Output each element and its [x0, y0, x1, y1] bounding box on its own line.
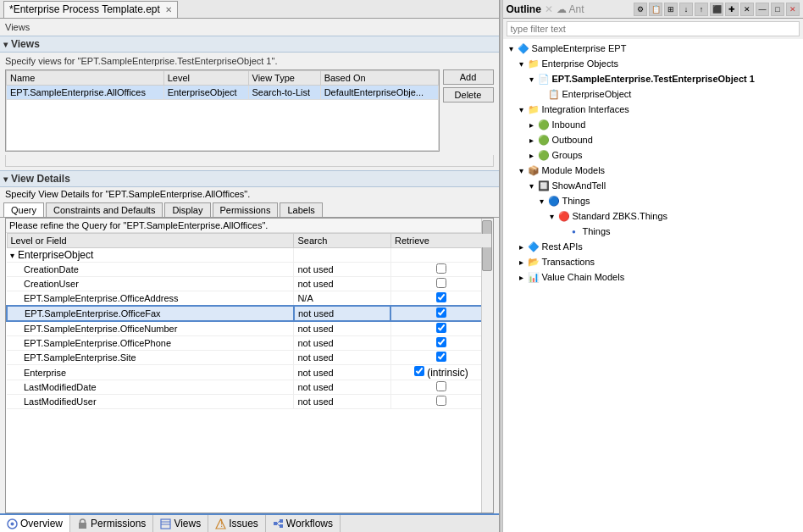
tab-permissions[interactable]: Permissions	[213, 202, 279, 217]
table-row[interactable]: EPT.SampleEnterprise.OfficePhone not use…	[7, 336, 492, 351]
tree-arrow[interactable]	[517, 242, 527, 252]
table-row[interactable]: Enterprise not used (intrinsic)	[7, 365, 492, 380]
close-tab-icon[interactable]: ✕	[165, 5, 172, 14]
toolbar-icon-1[interactable]: ⚙	[634, 3, 647, 16]
stdthings-icon: 🔴	[557, 209, 571, 223]
folder-icon: 📁	[527, 57, 540, 70]
tree-arrow[interactable]	[527, 151, 537, 160]
toolbar-maximize[interactable]: □	[771, 3, 784, 16]
bottom-tab-permissions[interactable]: Permissions	[70, 515, 153, 532]
tree-item-value-chain[interactable]: 📊 Value Chain Models	[505, 269, 802, 285]
tree-item-outbound[interactable]: 🟢 Outbound	[505, 132, 802, 147]
vertical-scrollbar[interactable]	[481, 219, 493, 513]
views-section-label: Views	[0, 19, 499, 36]
tree-item-transactions[interactable]: 📂 Transactions	[505, 254, 802, 269]
tree-arrow[interactable]	[517, 59, 527, 69]
outbound-icon: 🟢	[537, 133, 551, 147]
field-lastmoddate: LastModifiedDate	[7, 380, 294, 395]
tree-item-things[interactable]: 🔵 Things	[505, 193, 802, 208]
tree-item-inbound[interactable]: 🟢 Inbound	[505, 117, 802, 132]
table-row[interactable]: CreationUser not used	[7, 277, 492, 291]
table-row[interactable]: LastModifiedDate not used	[7, 380, 492, 395]
expand-icon[interactable]: ▾	[10, 251, 14, 260]
col-viewtype: View Type	[248, 71, 320, 86]
retrieve-officeaddress[interactable]	[390, 291, 491, 307]
table-row[interactable]: EPT.SampleEnterprise.OfficeNumber not us…	[7, 321, 492, 336]
search-lastmoduser: not used	[294, 395, 391, 409]
retrieve-lastmoddate[interactable]	[390, 380, 491, 395]
tree-item-integration[interactable]: 📁 Integration Interfaces	[505, 102, 802, 117]
table-row[interactable]: EPT.SampleEnterprise.AllOffices Enterpri…	[7, 86, 439, 100]
bottom-tab-bar: Overview Permissions Views ! Issues Work…	[0, 513, 499, 532]
tree-arrow[interactable]	[537, 197, 547, 206]
tree-arrow[interactable]	[527, 181, 537, 191]
bottom-tab-issues[interactable]: ! Issues	[208, 515, 266, 532]
tree-arrow[interactable]	[517, 105, 527, 114]
query-container: Please refine the Query for "EPT.SampleE…	[5, 218, 494, 513]
table-row[interactable]: EPT.SampleEnterprise.OfficeAddress N/A	[7, 291, 492, 307]
bottom-tab-workflows[interactable]: Workflows	[266, 515, 341, 532]
tree-item-groups[interactable]: 🟢 Groups	[505, 147, 802, 163]
retrieve-officephone[interactable]	[390, 336, 491, 351]
retrieve-officefax[interactable]	[390, 306, 491, 321]
table-row[interactable]: EPT.SampleEnterprise.Site not used	[7, 351, 492, 365]
cell-name: EPT.SampleEnterprise.AllOffices	[7, 86, 164, 100]
add-button[interactable]: Add	[443, 69, 494, 85]
table-row[interactable]: LastModifiedUser not used	[7, 395, 492, 409]
toolbar-icon-7[interactable]: ✚	[725, 3, 739, 16]
tab-query[interactable]: Query	[3, 202, 44, 217]
toolbar-icon-3[interactable]: ⊞	[664, 3, 678, 16]
toolbar-icon-6[interactable]: ⬛	[710, 3, 723, 16]
obj-small-icon: 📋	[547, 87, 561, 101]
filter-input[interactable]	[507, 21, 800, 36]
tab-display[interactable]: Display	[164, 202, 210, 217]
toolbar-icon-5[interactable]: ↑	[695, 3, 708, 16]
bottom-tab-views[interactable]: Views	[153, 515, 208, 532]
toolbar-icon-2[interactable]: 📋	[649, 3, 662, 16]
horizontal-scrollbar[interactable]	[5, 155, 494, 167]
tree-container[interactable]: 🔷 SampleEnterprise EPT 📁 Enterprise Obje…	[503, 39, 804, 532]
retrieve-creationuser[interactable]	[390, 277, 491, 291]
tree-item-module-models[interactable]: 📦 Module Models	[505, 163, 802, 178]
query-scroll[interactable]: Level or Field Search Retrieve ▾ Enterpr…	[6, 233, 493, 513]
tree-item-enterprise-objects[interactable]: 📁 Enterprise Objects	[505, 56, 802, 71]
ept-tab[interactable]: *Enterprise Process Template.ept ✕	[3, 1, 178, 18]
bottom-tab-views-label: Views	[174, 518, 201, 529]
tree-arrow[interactable]	[547, 212, 557, 221]
tree-item-showandtell[interactable]: 🔲 ShowAndTell	[505, 178, 802, 193]
tree-arrow[interactable]	[517, 166, 527, 175]
tree-arrow[interactable]	[527, 75, 537, 84]
retrieve-lastmoduser[interactable]	[390, 395, 491, 409]
module-icon: 📦	[527, 163, 540, 177]
table-row[interactable]: CreationDate not used	[7, 263, 492, 277]
tree-arrow[interactable]	[507, 44, 517, 53]
toolbar-minimize[interactable]: —	[756, 3, 769, 16]
tree-arrow[interactable]	[527, 120, 537, 130]
tree-item-enterpriseobject[interactable]: 📋 EnterpriseObject	[505, 86, 802, 102]
tree-item-sampleenterprise[interactable]: 🔷 SampleEnterprise EPT	[505, 41, 802, 56]
tree-item-rest-apis[interactable]: 🔷 Rest APIs	[505, 239, 802, 254]
cell-basedon: DefaultEnterpriseObje...	[320, 86, 438, 100]
tree-item-standard-zbks[interactable]: 🔴 Standard ZBKS.Things	[505, 208, 802, 224]
tab-constraints[interactable]: Constraints and Defaults	[46, 202, 163, 217]
table-row[interactable]: EPT.SampleEnterprise.OfficeFax not used	[7, 306, 492, 321]
ept-icon: 🔷	[517, 42, 530, 55]
tree-arrow[interactable]	[527, 136, 537, 145]
tab-labels[interactable]: Labels	[280, 202, 322, 217]
svg-point-1	[11, 522, 14, 525]
retrieve-officenumber[interactable]	[390, 321, 491, 336]
toolbar-icon-8[interactable]: ✕	[740, 3, 754, 16]
delete-button[interactable]: Delete	[443, 87, 494, 103]
tree-arrow[interactable]	[517, 258, 527, 267]
bottom-tab-overview[interactable]: Overview	[0, 515, 70, 532]
toolbar-close[interactable]: ✕	[786, 3, 800, 16]
retrieve-site[interactable]	[390, 351, 491, 365]
retrieve-creationdate[interactable]	[390, 263, 491, 277]
tree-item-testenterprise[interactable]: 📄 EPT.SampleEnterprise.TestEnterpriseObj…	[505, 71, 802, 86]
search-enterprise: not used	[294, 365, 391, 380]
toolbar-icon-4[interactable]: ↓	[679, 3, 693, 16]
tree-item-things-leaf[interactable]: ● Things	[505, 224, 802, 239]
table-row[interactable]: ▾ EnterpriseObject	[7, 248, 492, 263]
retrieve-enterprise[interactable]: (intrinsic)	[390, 365, 491, 380]
tree-arrow[interactable]	[517, 273, 527, 282]
